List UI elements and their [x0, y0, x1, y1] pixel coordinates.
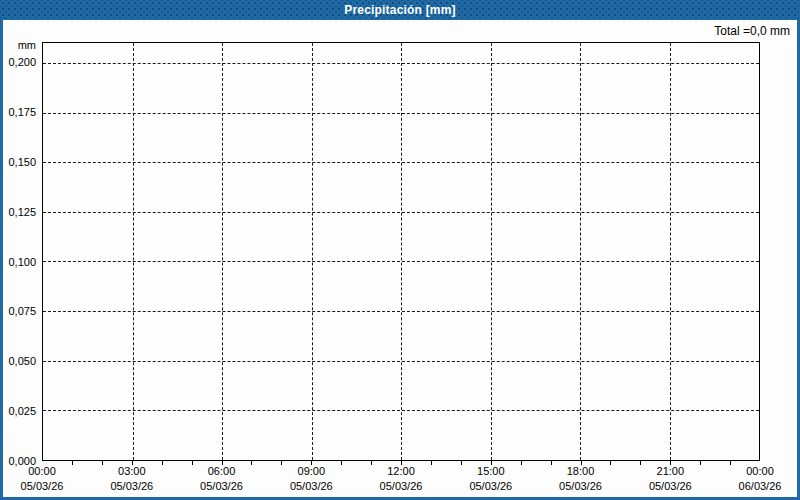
chart-title: Precipitación [mm]	[344, 3, 456, 17]
total-label: Total =0,0 mm	[714, 24, 790, 38]
x-tick-date-label: 05/03/26	[110, 480, 153, 492]
x-tick-time-label: 06:00	[208, 465, 236, 477]
x-tick-date-label: 05/03/26	[559, 480, 602, 492]
y-tick-label: 0,100	[0, 256, 36, 268]
x-tick-time-label: 15:00	[477, 465, 505, 477]
series-layer	[43, 43, 759, 460]
x-tick-time-label: 03:00	[118, 465, 146, 477]
plot-area	[42, 42, 760, 461]
y-tick-label: 0,050	[0, 355, 36, 367]
x-tick-date-label: 05/03/26	[21, 480, 64, 492]
chart-window: Precipitación [mm] Total =0,0 mm mm 0,20…	[0, 0, 800, 500]
x-tick-time-label: 18:00	[567, 465, 595, 477]
y-tick-label: 0,025	[0, 405, 36, 417]
x-tick-date-label: 05/03/26	[200, 480, 243, 492]
chart-title-bar: Precipitación [mm]	[0, 0, 800, 20]
x-tick-time-label: 09:00	[298, 465, 326, 477]
y-tick-label: 0,200	[0, 56, 36, 68]
x-tick-date-label: 05/03/26	[649, 480, 692, 492]
x-tick-date-label: 06/03/26	[739, 480, 782, 492]
y-tick-label: 0,175	[0, 106, 36, 118]
x-axis-tick-labels: 00:0005/03/2603:0005/03/2606:0005/03/260…	[42, 461, 760, 497]
y-tick-label: 0,075	[0, 305, 36, 317]
y-tick-label: 0,150	[0, 156, 36, 168]
x-tick-time-label: 12:00	[387, 465, 415, 477]
y-axis-tick-labels: 0,2000,1750,1500,1250,1000,0750,0500,025…	[0, 42, 36, 461]
x-tick-time-label: 00:00	[746, 465, 774, 477]
x-tick-time-label: 00:00	[28, 465, 56, 477]
y-tick-label: 0,125	[0, 206, 36, 218]
x-tick-date-label: 05/03/26	[469, 480, 512, 492]
x-tick-date-label: 05/03/26	[380, 480, 423, 492]
x-tick-time-label: 21:00	[657, 465, 685, 477]
x-tick-date-label: 05/03/26	[290, 480, 333, 492]
